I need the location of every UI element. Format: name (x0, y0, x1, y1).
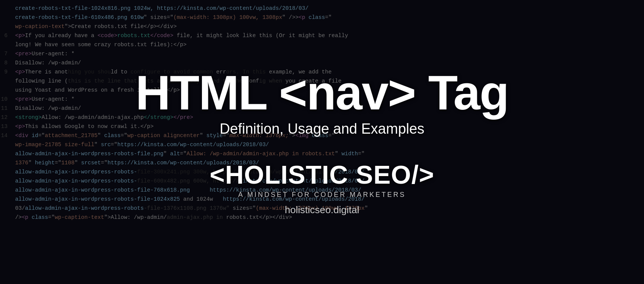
brand-url: holisticseo.digital (285, 204, 360, 216)
brand-subtitle: A MINDSET FOR CODER MARKETERS (238, 191, 406, 199)
main-title: HTML <nav> Tag (136, 69, 508, 117)
subtitle: Definition, Usage and Examples (220, 121, 425, 137)
brand-title: <HOLISTIC SEO/> (209, 160, 434, 189)
overlay: HTML <nav> Tag Definition, Usage and Exa… (0, 0, 644, 284)
